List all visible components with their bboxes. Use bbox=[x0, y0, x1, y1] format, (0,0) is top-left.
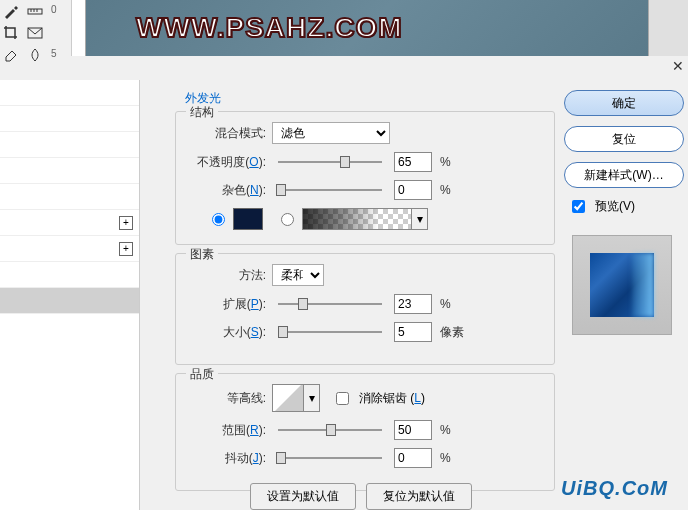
quality-legend: 品质 bbox=[186, 366, 218, 383]
watermark: UiBQ.CoM bbox=[561, 477, 668, 500]
style-item[interactable] bbox=[0, 262, 139, 288]
antialias-checkbox[interactable] bbox=[336, 392, 349, 405]
gradient-dropdown[interactable]: ▾ bbox=[412, 208, 428, 230]
size-input[interactable] bbox=[394, 322, 432, 342]
vertical-ruler bbox=[72, 0, 86, 56]
jitter-input[interactable] bbox=[394, 448, 432, 468]
blend-mode-select[interactable]: 滤色 bbox=[272, 122, 390, 144]
crop-icon[interactable] bbox=[2, 24, 20, 42]
style-item[interactable] bbox=[0, 158, 139, 184]
banner-text: WWW.PSAHZ.COM bbox=[136, 12, 403, 44]
canvas-banner: WWW.PSAHZ.COM bbox=[86, 0, 648, 56]
method-select[interactable]: 柔和 bbox=[272, 264, 324, 286]
noise-slider[interactable] bbox=[278, 189, 382, 191]
elements-legend: 图素 bbox=[186, 246, 218, 263]
top-bar: 0 5 WWW.PSAHZ.COM bbox=[0, 0, 688, 56]
opacity-label: 不透明度(O): bbox=[184, 154, 266, 171]
range-unit: % bbox=[440, 423, 451, 437]
spread-unit: % bbox=[440, 297, 451, 311]
size-unit: 像素 bbox=[440, 324, 464, 341]
style-item[interactable] bbox=[0, 132, 139, 158]
add-icon[interactable]: + bbox=[119, 216, 133, 230]
eyedropper-icon[interactable] bbox=[2, 2, 20, 20]
structure-group: 结构 混合模式: 滤色 不透明度(O): % 杂色(N): % bbox=[175, 111, 555, 245]
spread-label: 扩展(P): bbox=[184, 296, 266, 313]
preview-checkbox[interactable] bbox=[572, 200, 585, 213]
jitter-unit: % bbox=[440, 451, 451, 465]
opacity-slider[interactable] bbox=[278, 161, 382, 163]
gradient-radio[interactable] bbox=[281, 213, 294, 226]
noise-unit: % bbox=[440, 183, 451, 197]
antialias-label: 消除锯齿 (L) bbox=[359, 390, 425, 407]
style-item[interactable]: + bbox=[0, 210, 139, 236]
blur-icon[interactable] bbox=[26, 46, 44, 64]
styles-list: + + bbox=[0, 80, 140, 510]
noise-label: 杂色(N): bbox=[184, 182, 266, 199]
spread-slider[interactable] bbox=[278, 303, 382, 305]
center-panel: 外发光 结构 混合模式: 滤色 不透明度(O): % 杂色(N): % bbox=[175, 90, 555, 499]
style-item[interactable] bbox=[0, 106, 139, 132]
noise-input[interactable] bbox=[394, 180, 432, 200]
make-default-button[interactable]: 设置为默认值 bbox=[250, 483, 356, 510]
ok-button[interactable]: 确定 bbox=[564, 90, 684, 116]
style-item[interactable]: + bbox=[0, 236, 139, 262]
spread-input[interactable] bbox=[394, 294, 432, 314]
opacity-input[interactable] bbox=[394, 152, 432, 172]
range-label: 范围(R): bbox=[184, 422, 266, 439]
preview-label: 预览(V) bbox=[595, 198, 635, 215]
eraser-icon[interactable] bbox=[2, 46, 20, 64]
elements-group: 图素 方法: 柔和 扩展(P): % 大小(S): 像素 bbox=[175, 253, 555, 365]
left-toolbar: 0 5 bbox=[0, 0, 72, 56]
envelope-icon[interactable] bbox=[26, 24, 44, 42]
style-item[interactable] bbox=[0, 80, 139, 106]
style-item-selected[interactable] bbox=[0, 288, 139, 314]
color-swatch[interactable] bbox=[233, 208, 263, 230]
style-item[interactable] bbox=[0, 184, 139, 210]
svg-rect-0 bbox=[28, 9, 42, 14]
preview-image bbox=[590, 253, 654, 317]
tool-value-1: 5 bbox=[50, 48, 66, 62]
new-style-button[interactable]: 新建样式(W)… bbox=[564, 162, 684, 188]
structure-legend: 结构 bbox=[186, 104, 218, 121]
gradient-picker[interactable] bbox=[302, 208, 412, 230]
jitter-slider[interactable] bbox=[278, 457, 382, 459]
method-label: 方法: bbox=[184, 267, 266, 284]
reset-button[interactable]: 复位 bbox=[564, 126, 684, 152]
quality-group: 品质 等高线: ▾ 消除锯齿 (L) 范围(R): % 抖动(J): bbox=[175, 373, 555, 491]
blend-mode-label: 混合模式: bbox=[184, 125, 266, 142]
size-label: 大小(S): bbox=[184, 324, 266, 341]
layer-style-dialog: + + 外发光 结构 混合模式: 滤色 不透明度(O): % 杂色(N): bbox=[0, 80, 688, 510]
panel-title: 外发光 bbox=[175, 90, 555, 107]
range-input[interactable] bbox=[394, 420, 432, 440]
contour-dropdown[interactable]: ▾ bbox=[304, 384, 320, 412]
contour-label: 等高线: bbox=[184, 390, 266, 407]
jitter-label: 抖动(J): bbox=[184, 450, 266, 467]
color-radio[interactable] bbox=[212, 213, 225, 226]
reset-default-button[interactable]: 复位为默认值 bbox=[366, 483, 472, 510]
size-slider[interactable] bbox=[278, 331, 382, 333]
contour-picker[interactable] bbox=[272, 384, 304, 412]
right-scroll-strip bbox=[648, 0, 688, 56]
add-icon[interactable]: + bbox=[119, 242, 133, 256]
range-slider[interactable] bbox=[278, 429, 382, 431]
tool-value-0: 0 bbox=[50, 4, 66, 18]
ruler-icon[interactable] bbox=[26, 2, 44, 20]
opacity-unit: % bbox=[440, 155, 451, 169]
close-icon[interactable]: ✕ bbox=[672, 58, 684, 74]
right-panel: 确定 复位 新建样式(W)… 预览(V) bbox=[564, 90, 688, 335]
preview-box bbox=[572, 235, 672, 335]
